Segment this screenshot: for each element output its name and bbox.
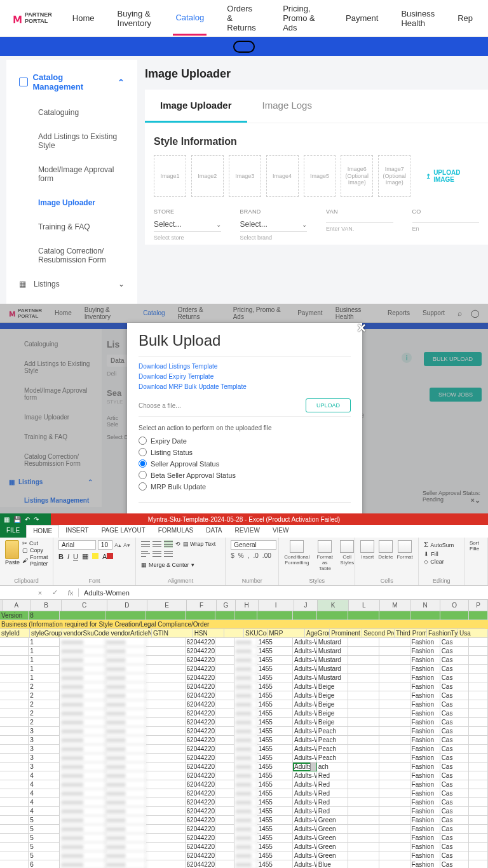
cell[interactable]: Third Promine	[395, 629, 427, 638]
cell[interactable]	[0, 727, 29, 736]
cell[interactable]: 62044220	[186, 638, 215, 647]
cell[interactable]: 62044220	[186, 807, 215, 816]
cell[interactable]: 1455	[257, 780, 293, 789]
cell[interactable]	[215, 665, 234, 674]
cell[interactable]: 3	[29, 763, 60, 771]
nav-orders[interactable]: Orders & Returns	[224, 0, 262, 44]
cell[interactable]: FashionType	[427, 629, 458, 638]
cell[interactable]: 1455	[257, 745, 293, 754]
cell[interactable]: xxxxxxx	[60, 674, 105, 682]
cell[interactable]	[0, 763, 29, 771]
cell[interactable]: Fashion	[410, 745, 440, 754]
cell[interactable]: xxxxx	[234, 665, 257, 674]
cell[interactable]: 5	[29, 825, 60, 834]
cell[interactable]	[379, 798, 410, 807]
cell[interactable]	[0, 798, 29, 807]
cell[interactable]	[348, 611, 379, 620]
cell[interactable]	[146, 656, 186, 665]
cell[interactable]	[469, 754, 488, 763]
cell[interactable]: xxxxx	[234, 807, 257, 816]
grid-row[interactable]: 4xxxxxxxxxxxxx62044220xxxxx1455Adults-Wo…	[0, 798, 488, 807]
cell[interactable]	[379, 771, 410, 780]
cell[interactable]: 1	[29, 665, 60, 674]
cell[interactable]	[215, 736, 234, 745]
nav-payment[interactable]: Payment	[343, 2, 381, 34]
grid-row[interactable]: 1xxxxxxxxxxxxx62044220xxxxx1455Adults-Wo…	[0, 674, 488, 682]
cell[interactable]	[379, 860, 410, 868]
number-format-select[interactable]: General	[231, 540, 276, 550]
cell[interactable]	[0, 771, 29, 780]
cell[interactable]	[469, 780, 488, 789]
fill-color-button[interactable]	[92, 553, 98, 560]
cell[interactable]: Mustard	[317, 638, 348, 647]
cell[interactable]	[0, 638, 29, 647]
cell[interactable]: 1455	[257, 647, 293, 656]
cell[interactable]: xxxxxxx	[60, 700, 105, 709]
font-name-select[interactable]: Arial	[58, 540, 96, 550]
tab-layout[interactable]: PAGE LAYOUT	[95, 525, 152, 538]
col-header-J[interactable]: J	[294, 600, 318, 611]
cell[interactable]: Fashion	[410, 851, 440, 860]
cell[interactable]: Fashion	[410, 682, 440, 691]
currency-icon[interactable]: $	[231, 552, 234, 559]
cell[interactable]	[0, 647, 29, 656]
cell[interactable]	[146, 611, 186, 620]
grid-row[interactable]: 1xxxxxxxxxxxxx62044220xxxxx1455Adults-Wo…	[0, 665, 488, 674]
merge-center-button[interactable]: ▦Merge & Center▾	[141, 562, 194, 568]
cell[interactable]: MRP	[268, 629, 305, 638]
col-header-C[interactable]: C	[62, 600, 107, 611]
cell[interactable]	[146, 665, 186, 674]
cell[interactable]: Fashion	[410, 674, 440, 682]
cell[interactable]	[469, 771, 488, 780]
cell[interactable]: Fashion	[410, 718, 440, 727]
cell[interactable]: Adults-Wome	[293, 843, 317, 851]
cell[interactable]: xxxxx	[234, 638, 257, 647]
cell[interactable]	[379, 700, 410, 709]
conditional-fmt-button[interactable]: Conditional Formatting	[284, 540, 309, 571]
cell[interactable]: xxxxxxx	[60, 780, 105, 789]
spreadsheet-grid[interactable]: ABCDEFGHIJKLMNOP Version8Business (Infor…	[0, 600, 488, 868]
cell[interactable]	[469, 718, 488, 727]
cell[interactable]: xxxxx	[234, 834, 257, 843]
tab-image-uploader[interactable]: Image Uploader	[145, 90, 247, 123]
cell[interactable]	[146, 647, 186, 656]
cell[interactable]: Adults-Wome	[293, 807, 317, 816]
cell[interactable]: Cas	[440, 638, 469, 647]
cell[interactable]: Fashion	[410, 709, 440, 718]
cell[interactable]: xxxxxxx	[60, 771, 105, 780]
cell[interactable]: Cas	[440, 816, 469, 825]
radio-input[interactable]	[139, 459, 147, 468]
cell[interactable]: Cas	[440, 763, 469, 771]
cell[interactable]: Cas	[440, 665, 469, 674]
cell[interactable]	[215, 682, 234, 691]
grid-row[interactable]: 6xxxxxxxxxxxxx62044220xxxxx1455Adults-Wo…	[0, 860, 488, 868]
cell[interactable]	[215, 807, 234, 816]
format-cells-button[interactable]: Format	[396, 540, 412, 560]
align-center-icon[interactable]	[152, 550, 161, 557]
quick-access-toolbar[interactable]: ▦ 💾 ↶ ↷	[0, 513, 51, 525]
autosum-button[interactable]: ΣAutoSum	[424, 540, 459, 550]
cell[interactable]	[348, 736, 379, 745]
cell[interactable]	[379, 674, 410, 682]
cell[interactable]: 62044220	[186, 665, 215, 674]
image-slot-2[interactable]: Image2	[191, 155, 224, 197]
cell[interactable]: xxxxx	[234, 718, 257, 727]
clear-button[interactable]: ◇Clear	[424, 559, 459, 565]
modal-close-icon[interactable]: ×	[357, 319, 366, 337]
cell[interactable]	[215, 754, 234, 763]
cell[interactable]	[0, 700, 29, 709]
cell[interactable]	[379, 843, 410, 851]
italic-button[interactable]: I	[67, 553, 69, 560]
download-expiry-template[interactable]: Download Expiry Template	[139, 372, 351, 382]
cell[interactable]	[215, 834, 234, 843]
col-header-H[interactable]: H	[236, 600, 259, 611]
cell[interactable]	[469, 665, 488, 674]
save-icon[interactable]: 💾	[13, 516, 21, 523]
download-mrp-template[interactable]: Download MRP Bulk Update Template	[139, 382, 351, 392]
cell[interactable]	[348, 727, 379, 736]
cell[interactable]: Cas	[440, 843, 469, 851]
grid-row[interactable]: 2xxxxxxxxxxxxx62044220xxxxx1455Adults-Wo…	[0, 709, 488, 718]
field-input[interactable]: Select...⌄	[240, 215, 308, 232]
cell[interactable]: Cas	[440, 674, 469, 682]
cell[interactable]	[348, 647, 379, 656]
